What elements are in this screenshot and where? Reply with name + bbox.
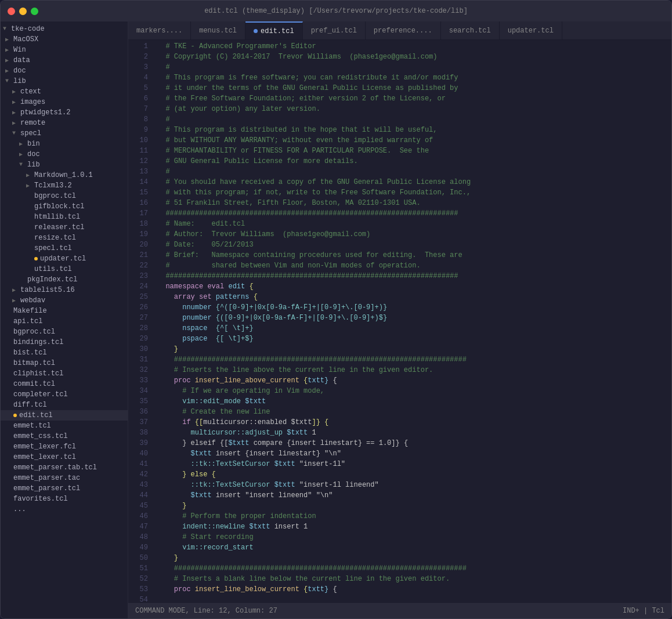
sidebar-item-emmet-parser-tab[interactable]: emmet_parser.tab.tcl	[1, 462, 128, 473]
sidebar-item-remote[interactable]: remote	[1, 118, 128, 128]
sidebar-item-emmet-lexer[interactable]: emmet_lexer.tcl	[1, 452, 128, 462]
sidebar-item-label: webdav	[20, 296, 45, 305]
sidebar-item-label: Makefile	[13, 307, 47, 315]
sidebar-item-tclxml[interactable]: Tclxml3.2	[1, 180, 128, 191]
sidebar-item-bist[interactable]: bist.tcl	[1, 347, 128, 358]
arrow-icon	[5, 349, 12, 356]
sidebar-item-api[interactable]: api.tcl	[1, 316, 128, 327]
tab-pref-ui[interactable]: pref_ui.tcl	[303, 21, 366, 39]
sidebar-item-cliphist[interactable]: cliphist.tcl	[1, 368, 128, 379]
minimize-button[interactable]	[19, 8, 27, 15]
arrow-icon	[5, 464, 12, 471]
arrow-icon	[5, 370, 12, 377]
sidebar-item-diff[interactable]: diff.tcl	[1, 400, 128, 410]
sidebar-item-label: edit.tcl	[19, 411, 53, 419]
titlebar: edit.tcl (theme_display) [/Users/trevorw…	[1, 1, 671, 21]
sidebar-item-label: bist.tcl	[13, 349, 47, 357]
arrow-icon	[5, 318, 12, 325]
sidebar-item-label: bgproc.tcl	[34, 192, 76, 200]
arrow-icon	[5, 443, 12, 450]
sidebar-item-updater-specl[interactable]: updater.tcl	[1, 254, 128, 264]
sidebar-item-label: specl.tcl	[34, 244, 72, 252]
sidebar-item-webdav[interactable]: webdav	[1, 295, 128, 306]
sidebar-item-specl[interactable]: specl	[1, 128, 128, 139]
sidebar-item-commit[interactable]: commit.tcl	[1, 379, 128, 389]
sidebar-item-bgproc-specl[interactable]: bgproc.tcl	[1, 191, 128, 201]
sidebar-item-edit[interactable]: edit.tcl	[1, 410, 128, 421]
sidebar-item-label: updater.tcl	[40, 255, 86, 263]
sidebar-item-emmet-parser[interactable]: emmet_parser.tcl	[1, 483, 128, 494]
tab-edit[interactable]: edit.tcl	[245, 21, 303, 39]
sidebar-item-label: ...	[13, 505, 26, 513]
sidebar-item-utils[interactable]: utils.tcl	[1, 264, 128, 274]
sidebar-item-completer[interactable]: completer.tcl	[1, 389, 128, 400]
sidebar-item-bindings[interactable]: bindings.tcl	[1, 337, 128, 347]
arrow-icon	[5, 401, 12, 408]
status-right: IND+ | Tcl	[623, 607, 664, 615]
sidebar-item-emmet[interactable]: emmet.tcl	[1, 421, 128, 431]
arrow-icon	[26, 234, 33, 241]
sidebar-item-lib[interactable]: lib	[1, 76, 128, 86]
sidebar-item-emmet-css[interactable]: emmet_css.tcl	[1, 431, 128, 441]
sidebar-item-label: favorites.tcl	[13, 495, 68, 503]
code-editor[interactable]: # TKE - Advanced Programmer's Editor # C…	[153, 40, 671, 602]
sidebar-item-bitmap[interactable]: bitmap.tcl	[1, 358, 128, 368]
maximize-button[interactable]	[31, 8, 38, 15]
code-area-wrapper: 1234567891011121314151617181920212223242…	[128, 40, 671, 602]
tab-markers[interactable]: markers....	[128, 21, 191, 39]
status-left: COMMAND MODE, Line: 12, Column: 27	[135, 607, 277, 615]
arrow-icon	[5, 339, 12, 346]
arrow-icon	[5, 46, 12, 53]
sidebar-item-htmllib[interactable]: htmllib.tcl	[1, 212, 128, 222]
sidebar-item-gifblock[interactable]: gifblock.tcl	[1, 201, 128, 212]
sidebar-item-specl-tcl[interactable]: specl.tcl	[1, 243, 128, 254]
sidebar-item-makefile[interactable]: Makefile	[1, 306, 128, 316]
sidebar-item-ctext[interactable]: ctext	[1, 86, 128, 97]
arrow-icon	[12, 287, 19, 294]
arrow-icon	[19, 276, 26, 283]
sidebar-item-lib2[interactable]: lib	[1, 160, 128, 170]
sidebar-item-label: remote	[20, 119, 45, 127]
tab-label: pref_ui.tcl	[311, 27, 357, 35]
arrow-icon	[5, 506, 12, 513]
sidebar-item-images[interactable]: images	[1, 97, 128, 107]
sidebar-item-releaser[interactable]: releaser.tcl	[1, 222, 128, 233]
sidebar-item-bgproc[interactable]: bgproc.tcl	[1, 327, 128, 337]
sidebar-item-label: tablelist5.16	[20, 286, 75, 294]
sidebar-item-label: specl	[20, 129, 41, 137]
sidebar-item-more[interactable]: ...	[1, 504, 128, 515]
close-button[interactable]	[8, 8, 15, 15]
arrow-icon	[5, 485, 12, 492]
sidebar-item-label: ptwidgets1.2	[20, 108, 70, 117]
sidebar[interactable]: tke-code MacOSX Win data doc lib	[1, 21, 128, 618]
sidebar-item-label: Markdown_1.0.1	[34, 171, 93, 179]
sidebar-item-label: gifblock.tcl	[34, 202, 84, 211]
sidebar-item-label: ctext	[20, 88, 41, 96]
sidebar-item-emmet-parser-tac[interactable]: emmet_parser.tac	[1, 473, 128, 483]
sidebar-item-win[interactable]: Win	[1, 45, 128, 55]
tab-preference[interactable]: preference....	[366, 21, 441, 39]
sidebar-item-root[interactable]: tke-code	[1, 24, 128, 34]
sidebar-item-favorites[interactable]: favorites.tcl	[1, 494, 128, 504]
arrow-icon	[12, 109, 19, 116]
sidebar-item-ptwidgets[interactable]: ptwidgets1.2	[1, 107, 128, 118]
sidebar-item-label: emmet_lexer.fcl	[13, 443, 76, 451]
arrow-icon	[5, 454, 12, 461]
sidebar-item-macosx[interactable]: MacOSX	[1, 34, 128, 45]
sidebar-item-doc2[interactable]: doc	[1, 149, 128, 160]
tab-menus[interactable]: menus.tcl	[191, 21, 245, 39]
sidebar-item-doc[interactable]: doc	[1, 66, 128, 76]
arrow-icon	[12, 99, 19, 106]
sidebar-item-pkgindex[interactable]: pkgIndex.tcl	[1, 274, 128, 285]
arrow-icon	[26, 182, 33, 189]
sidebar-item-data[interactable]: data	[1, 55, 128, 66]
sidebar-item-tablelist[interactable]: tablelist5.16	[1, 285, 128, 295]
tab-label: search.tcl	[449, 27, 491, 35]
sidebar-item-resize[interactable]: resize.tcl	[1, 233, 128, 243]
sidebar-item-emmet-lexer-fcl[interactable]: emmet_lexer.fcl	[1, 441, 128, 452]
sidebar-item-bin[interactable]: bin	[1, 139, 128, 149]
main-window: edit.tcl (theme_display) [/Users/trevorw…	[0, 0, 672, 619]
tab-search[interactable]: search.tcl	[441, 21, 500, 39]
tab-updater[interactable]: updater.tcl	[500, 21, 562, 39]
sidebar-item-markdown[interactable]: Markdown_1.0.1	[1, 170, 128, 180]
